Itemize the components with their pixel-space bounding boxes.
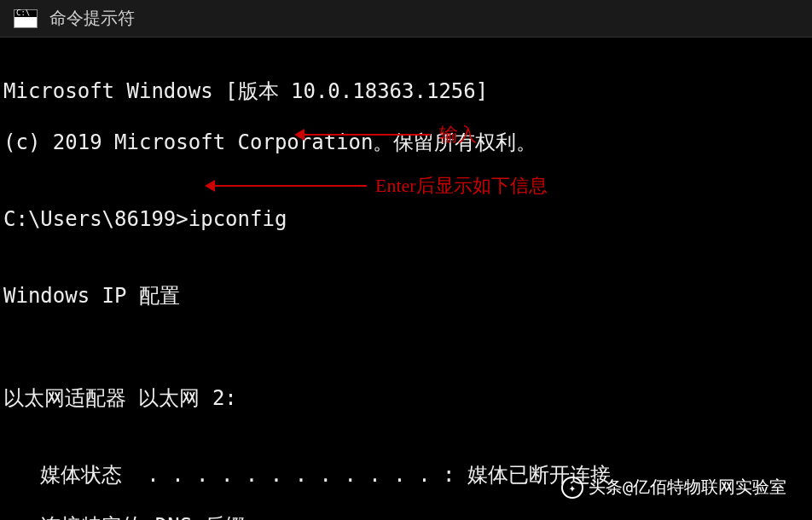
watermark-prefix: 头条 xyxy=(589,476,623,499)
watermark: ✦ 头条 @亿佰特物联网实验室 xyxy=(561,476,786,499)
watermark-text: @亿佰特物联网实验室 xyxy=(623,476,786,499)
arrow-left-icon xyxy=(303,134,431,136)
adapter1-title: 以太网适配器 以太网 2: xyxy=(3,385,812,411)
annotation-input: 输入 xyxy=(303,123,477,147)
annotation-enter: Enter后显示如下信息 xyxy=(213,174,548,198)
cmd-icon-text: C:\ xyxy=(16,9,30,17)
cmd-icon: C:\ xyxy=(14,9,38,28)
watermark-logo-icon: ✦ xyxy=(561,477,583,499)
prompt-line: C:\Users\86199>ipconfig xyxy=(3,206,812,232)
annotation-input-text: 输入 xyxy=(439,123,477,147)
adapter1-dns-suffix: 连接特定的 DNS 后缀 . . . . . . . : xyxy=(3,513,812,520)
ipconfig-header: Windows IP 配置 xyxy=(3,283,812,309)
window-title: 命令提示符 xyxy=(49,7,135,30)
arrow-left-icon xyxy=(213,185,367,187)
terminal-area[interactable]: Microsoft Windows [版本 10.0.18363.1256] (… xyxy=(0,38,812,520)
titlebar: C:\ 命令提示符 xyxy=(0,0,812,38)
annotation-enter-text: Enter后显示如下信息 xyxy=(375,174,548,198)
version-line: Microsoft Windows [版本 10.0.18363.1256] xyxy=(3,78,812,104)
